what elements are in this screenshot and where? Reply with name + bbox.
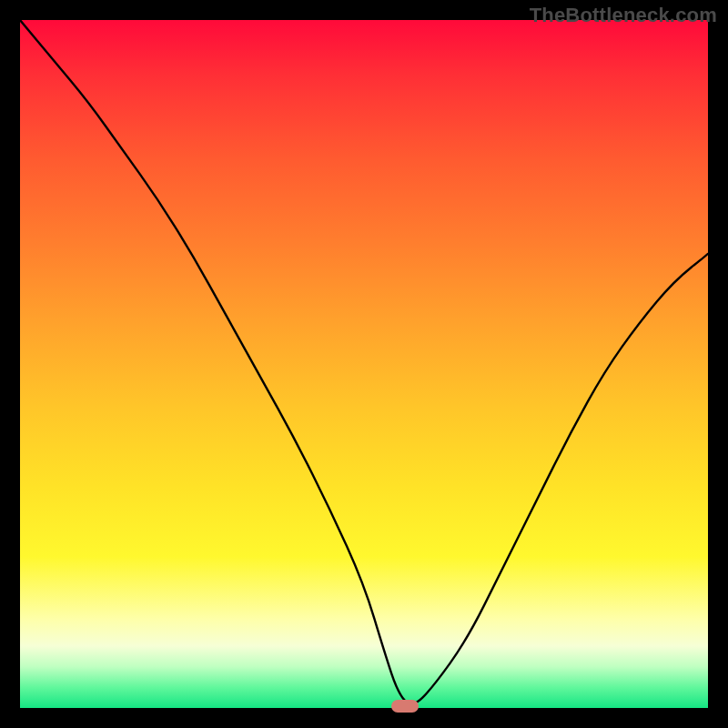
bottleneck-curve-path bbox=[20, 20, 708, 703]
chart-frame: TheBottleneck.com bbox=[0, 0, 728, 728]
curve-svg bbox=[20, 20, 708, 708]
plot-area bbox=[20, 20, 708, 708]
min-marker bbox=[391, 700, 419, 713]
watermark-text: TheBottleneck.com bbox=[530, 4, 717, 27]
